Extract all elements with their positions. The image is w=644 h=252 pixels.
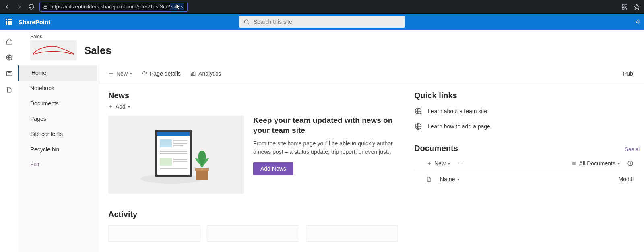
browser-chrome: https://citizenbuilders.sharepoint.com/s… [0, 0, 644, 14]
svg-rect-2 [625, 4, 627, 6]
chevron-down-icon: ▾ [128, 105, 130, 109]
rail-news-icon[interactable] [6, 70, 13, 77]
quick-links-title: Quick links [414, 91, 641, 100]
documents-new[interactable]: New ▾ [427, 160, 450, 167]
site-header: Sales Sales [18, 30, 644, 65]
documents-title: Documents [414, 144, 458, 153]
file-icon [426, 176, 432, 182]
svg-rect-17 [193, 72, 194, 75]
cmd-publish-label: Publ [623, 70, 634, 77]
list-icon [571, 161, 577, 166]
activity-card[interactable] [306, 225, 398, 242]
svg-rect-28 [173, 145, 183, 146]
megaphone-icon[interactable] [635, 18, 642, 25]
address-bar[interactable]: https://citizenbuilders.sharepoint.com/s… [39, 2, 188, 12]
svg-rect-16 [191, 74, 192, 76]
nav-recycle-bin[interactable]: Recycle bin [18, 142, 97, 157]
activity-card[interactable] [108, 225, 200, 242]
sharepoint-header: SharePoint [0, 14, 644, 30]
rail-globe-icon[interactable] [6, 54, 13, 61]
svg-rect-5 [626, 8, 627, 9]
cmd-page-details[interactable]: Page details [142, 70, 181, 77]
search-input[interactable] [254, 19, 400, 25]
car-logo-icon [31, 42, 76, 58]
rail-files-icon[interactable] [6, 86, 12, 93]
forward-icon[interactable] [15, 3, 23, 11]
site-logo[interactable] [30, 40, 77, 60]
news-headline: Keep your team updated with news on your… [253, 116, 394, 135]
nav-notebook[interactable]: Notebook [18, 81, 97, 96]
news-title: News [108, 91, 398, 100]
search-box[interactable] [239, 16, 405, 28]
lock-icon [43, 4, 48, 9]
reload-icon[interactable] [27, 3, 35, 11]
quick-link-learn-team-site[interactable]: Learn about a team site [414, 103, 641, 119]
add-news-button[interactable]: Add News [253, 162, 293, 175]
quick-link-add-page[interactable]: Learn how to add a page [414, 119, 641, 134]
chevron-down-icon: ▾ [457, 177, 459, 182]
cmd-analytics[interactable]: Analytics [190, 70, 221, 77]
svg-point-7 [244, 20, 248, 23]
qr-icon[interactable] [621, 3, 629, 11]
nav-home[interactable]: Home [18, 65, 97, 81]
activity-title: Activity [108, 210, 398, 219]
svg-rect-29 [160, 151, 187, 152]
svg-rect-25 [160, 139, 172, 147]
documents-columns: Name ▾ Modifi [414, 170, 641, 182]
activity-card[interactable] [207, 225, 299, 242]
news-illustration [108, 116, 244, 194]
documents-command-bar: New ▾ ⋯ All Documents ▾ [414, 157, 641, 170]
nav-edit[interactable]: Edit [18, 157, 97, 172]
svg-rect-31 [160, 158, 172, 166]
sharepoint-brand[interactable]: SharePoint [19, 19, 50, 25]
column-name[interactable]: Name ▾ [440, 176, 459, 182]
breadcrumb[interactable]: Sales [30, 34, 632, 39]
back-icon[interactable] [3, 3, 11, 11]
svg-rect-4 [625, 7, 626, 8]
gear-icon [142, 71, 147, 76]
cmd-publish[interactable]: Publ [623, 70, 634, 77]
svg-rect-3 [622, 7, 624, 9]
svg-rect-0 [44, 6, 47, 8]
svg-rect-10 [6, 72, 12, 76]
cmd-new[interactable]: New ▾ [108, 70, 132, 77]
cmd-new-label: New [116, 70, 128, 77]
nav-site-contents[interactable]: Site contents [18, 126, 97, 142]
svg-line-8 [248, 23, 249, 24]
nav-pages[interactable]: Pages [18, 111, 97, 126]
rail-home-icon[interactable] [6, 38, 13, 45]
url-text: https://citizenbuilders.sharepoint.com/s… [50, 4, 184, 10]
star-icon[interactable] [633, 3, 641, 11]
nav-documents[interactable]: Documents [18, 96, 97, 111]
plus-icon [108, 104, 113, 109]
documents-more[interactable]: ⋯ [457, 160, 463, 167]
plus-icon [427, 161, 432, 166]
globe-icon [414, 107, 422, 115]
plus-icon [108, 71, 114, 76]
search-icon [244, 19, 250, 25]
column-modified[interactable]: Modifi [619, 176, 634, 182]
app-rail [0, 30, 18, 252]
globe-icon [414, 122, 422, 130]
app-launcher-icon[interactable] [6, 19, 12, 25]
command-bar: New ▾ Page details Analytics Publ [99, 65, 644, 82]
quick-link-label: Learn how to add a page [428, 123, 490, 130]
news-body: From the site home page you'll be able t… [253, 139, 394, 156]
svg-rect-24 [157, 132, 190, 136]
news-add-button[interactable]: Add ▾ [108, 103, 398, 110]
svg-rect-32 [173, 159, 187, 160]
cmd-analytics-label: Analytics [198, 70, 221, 77]
documents-see-all[interactable]: See all [625, 146, 641, 152]
svg-point-15 [144, 73, 145, 74]
chevron-down-icon: ▾ [448, 161, 450, 166]
documents-view[interactable]: All Documents ▾ [571, 160, 620, 167]
svg-rect-34 [160, 168, 187, 169]
svg-rect-1 [622, 4, 624, 6]
site-title: Sales [84, 44, 111, 57]
svg-rect-30 [160, 153, 187, 154]
documents-info-icon[interactable] [627, 160, 634, 167]
chevron-down-icon: ▾ [618, 161, 620, 166]
svg-rect-27 [173, 143, 187, 144]
column-name-label: Name [440, 176, 455, 182]
news-add-label: Add [116, 103, 126, 110]
